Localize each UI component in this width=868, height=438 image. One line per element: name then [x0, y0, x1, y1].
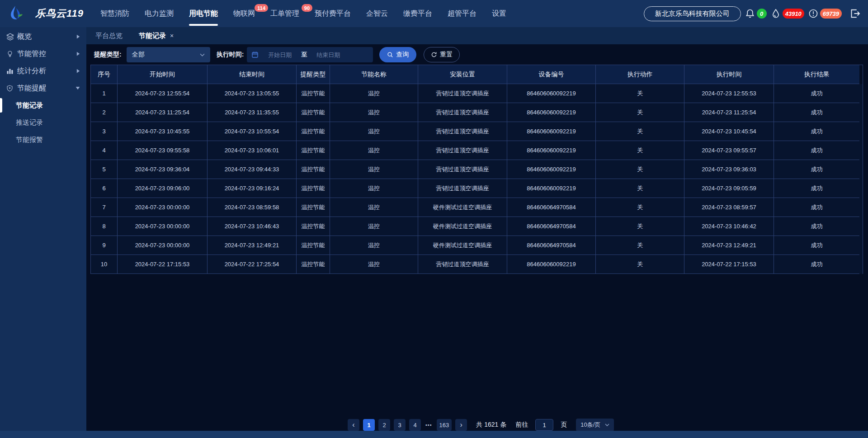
tab-item[interactable]: 平台总览 — [95, 32, 123, 40]
pagination-ellipsis[interactable]: ••• — [425, 422, 433, 428]
fire-alarm-group[interactable]: 43910 — [770, 8, 804, 19]
sidebar-item[interactable]: 节能管控 — [0, 45, 86, 62]
sidebar-item[interactable]: 概览 — [0, 28, 86, 45]
alarm-count-badge: 69739 — [820, 9, 842, 19]
chart-icon — [6, 67, 15, 75]
top-nav-item[interactable]: 设置 — [484, 0, 514, 27]
shield-icon — [6, 84, 15, 92]
tab-item[interactable]: 节能记录× — [139, 32, 174, 40]
pagination-next-button[interactable]: › — [455, 419, 467, 431]
bell-icon — [745, 8, 755, 19]
top-nav-item[interactable]: 电力监测 — [137, 0, 181, 27]
pagination-page-button[interactable]: 4 — [409, 419, 421, 431]
bulb-icon — [6, 50, 15, 58]
search-icon — [387, 52, 393, 58]
calendar-icon — [251, 51, 259, 58]
table-cell: 1 — [91, 84, 118, 103]
pagination: ‹1234•••163›共 1621 条前往页10条/页 — [348, 419, 614, 431]
page-size-select[interactable]: 10条/页 — [576, 419, 614, 431]
pagination-goto-input[interactable] — [535, 419, 553, 431]
table-cell: 2024-07-22 17:15:53 — [118, 255, 208, 274]
table-cell: 10 — [91, 255, 118, 274]
table-cell: 864606064970584 — [507, 236, 596, 255]
pagination-page-button[interactable]: 1 — [363, 419, 375, 431]
execution-time-range[interactable]: 至 — [247, 47, 373, 62]
table-cell: 温控节能 — [297, 255, 330, 274]
table-cell: 营销过道顶空调插座 — [418, 255, 507, 274]
brand-logo-icon — [9, 5, 24, 22]
table-row: 82024-07-23 00:00:002024-07-23 10:46:43温… — [91, 217, 863, 236]
table-cell: 成功 — [774, 160, 859, 179]
table-row: 92024-07-23 00:00:002024-07-23 12:49:21温… — [91, 236, 863, 255]
pagination-page-button[interactable]: 163 — [437, 419, 452, 431]
table-cell: 2024-07-23 10:46:43 — [208, 217, 297, 236]
start-date-input[interactable] — [261, 51, 298, 59]
tab-bar: 平台总览节能记录× — [86, 27, 868, 44]
tab-label: 平台总览 — [95, 32, 123, 40]
filter-bar: 提醒类型: 全部 执行时间: 至 — [94, 47, 868, 62]
sidebar: 概览节能管控统计分析节能提醒节能记录推送记录节能报警 — [0, 27, 86, 438]
column-header: 设备编号 — [507, 65, 596, 84]
column-header: 安装位置 — [418, 65, 507, 84]
table-cell: 2024-07-23 00:00:00 — [118, 217, 208, 236]
sidebar-subitem[interactable]: 节能记录 — [0, 97, 86, 114]
company-selector-button[interactable]: 新北京乐鸟科技有限公司 — [644, 6, 741, 21]
sidebar-subitem[interactable]: 推送记录 — [0, 114, 86, 131]
table-cell: 关 — [596, 236, 684, 255]
table-cell: 温控 — [330, 198, 418, 217]
pagination-page-button[interactable]: 3 — [394, 419, 406, 431]
table-cell: 成功 — [774, 179, 859, 198]
table-cell: 2024-07-23 12:49:21 — [208, 236, 297, 255]
top-nav-item[interactable]: 物联网114 — [226, 0, 263, 27]
top-nav-item-label: 物联网 — [233, 9, 255, 19]
column-header: 执行时间 — [684, 65, 774, 84]
table-cell: 营销过道顶空调插座 — [418, 122, 507, 141]
chevron-down-icon — [200, 53, 205, 57]
pagination-page-button[interactable]: 2 — [378, 419, 390, 431]
layers-icon — [6, 33, 15, 41]
table-cell: 864606060092219 — [507, 141, 596, 160]
warning-group[interactable]: 69739 — [808, 8, 842, 19]
top-nav-item[interactable]: 超管平台 — [440, 0, 484, 27]
table-cell: 2024-07-23 12:49:21 — [684, 236, 774, 255]
sidebar-subitem-label: 推送记录 — [16, 118, 43, 127]
table-cell: 硬件测试过道空调插座 — [418, 236, 507, 255]
table-cell: 温控 — [330, 160, 418, 179]
table-cell: 温控节能 — [297, 122, 330, 141]
sidebar-subitem[interactable]: 节能报警 — [0, 131, 86, 148]
top-nav-item[interactable]: 工单管理90 — [263, 0, 307, 27]
logout-icon[interactable] — [849, 8, 861, 19]
sidebar-item[interactable]: 统计分析 — [0, 62, 86, 80]
table-cell: 温控 — [330, 84, 418, 103]
top-nav-item-label: 智慧消防 — [100, 9, 129, 19]
exclamation-icon — [808, 8, 819, 19]
top-nav-item[interactable]: 智慧消防 — [93, 0, 137, 27]
table-cell: 2024-07-23 09:16:24 — [208, 179, 297, 198]
end-date-input[interactable] — [310, 51, 347, 59]
sidebar-item[interactable]: 节能提醒 — [0, 80, 86, 97]
fire-count-badge: 43910 — [783, 9, 804, 19]
table-cell: 成功 — [774, 103, 859, 122]
table-cell: 2024-07-23 09:55:58 — [118, 141, 208, 160]
top-nav-item[interactable]: 用电节能 — [181, 0, 226, 27]
table-cell: 8 — [91, 217, 118, 236]
table-cell: 温控 — [330, 103, 418, 122]
close-icon[interactable]: × — [170, 32, 174, 39]
table-cell: 864606064970584 — [507, 217, 596, 236]
reset-button[interactable]: 重置 — [424, 47, 460, 62]
top-nav-item[interactable]: 缴费平台 — [396, 0, 440, 27]
table-cell: 2024-07-23 11:25:54 — [118, 103, 208, 122]
search-button[interactable]: 查询 — [379, 47, 416, 62]
reminder-type-select[interactable]: 全部 — [127, 47, 210, 62]
table-cell: 温控节能 — [297, 179, 330, 198]
notification-bell-group[interactable]: 0 — [745, 8, 767, 19]
table-cell: 864606060092219 — [507, 122, 596, 141]
top-nav-item[interactable]: 预付费平台 — [307, 0, 359, 27]
table-cell: 关 — [596, 141, 684, 160]
pagination-prev-button[interactable]: ‹ — [348, 419, 359, 431]
pagination-page-unit: 页 — [561, 421, 567, 429]
table-cell: 2024-07-22 17:25:54 — [208, 255, 297, 274]
top-nav-item[interactable]: 企智云 — [359, 0, 396, 27]
table-cell: 2024-07-23 09:06:00 — [118, 179, 208, 198]
table-cell: 硬件测试过道空调插座 — [418, 198, 507, 217]
